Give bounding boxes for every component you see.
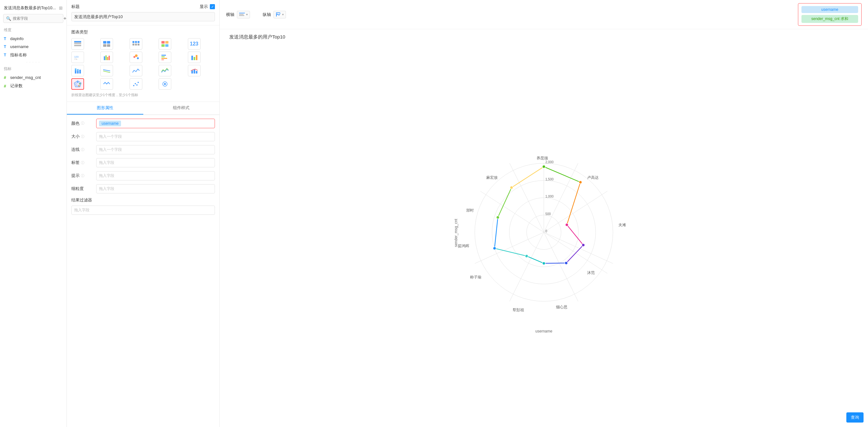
chart-type-label: 图表类型 bbox=[71, 29, 215, 35]
search-input[interactable] bbox=[13, 16, 61, 21]
middle-panel: 标题 显示 ✓ 图表类型 123 bbox=[67, 0, 220, 427]
field-username[interactable]: T username bbox=[0, 43, 66, 51]
svg-point-94 bbox=[542, 262, 545, 265]
copy-icon[interactable]: ⊞ bbox=[59, 5, 63, 10]
field-name: dayinfo bbox=[10, 36, 24, 41]
svg-rect-7 bbox=[107, 44, 110, 47]
svg-rect-27 bbox=[161, 55, 166, 56]
color-info-icon[interactable]: ⓘ bbox=[81, 121, 84, 126]
drag-dots-icon: · · · · · bbox=[26, 61, 40, 64]
chart-type-line[interactable] bbox=[130, 65, 142, 76]
size-row: 大小 ⓘ 拖入一个字段 bbox=[71, 132, 215, 141]
svg-rect-12 bbox=[135, 43, 137, 45]
svg-rect-2 bbox=[74, 44, 81, 45]
chart-type-table[interactable] bbox=[71, 38, 84, 50]
panel-tabs: 图形属性 组件样式 bbox=[67, 102, 219, 115]
svg-point-98 bbox=[510, 186, 513, 189]
axis-fields: username sender_msg_cnt 求和 bbox=[798, 3, 862, 26]
svg-point-93 bbox=[564, 262, 567, 264]
tab-component[interactable]: 组件样式 bbox=[143, 102, 220, 114]
field-hash-icon: # bbox=[4, 84, 8, 89]
field-record-count[interactable]: # 记录数 bbox=[0, 81, 66, 90]
svg-text:500: 500 bbox=[546, 212, 551, 216]
tag-label: 标签 ⓘ bbox=[71, 160, 94, 165]
x-axis-label: 横轴 bbox=[226, 12, 235, 18]
chart-title-input[interactable] bbox=[71, 12, 215, 21]
title-label: 标题 bbox=[71, 4, 80, 9]
field-hash-icon: # bbox=[4, 75, 8, 80]
chart-type-combination[interactable] bbox=[188, 65, 200, 76]
svg-point-55 bbox=[164, 83, 166, 85]
chart-type-number[interactable]: 123 bbox=[188, 38, 200, 50]
svg-rect-28 bbox=[161, 56, 165, 57]
chart-type-line2[interactable] bbox=[100, 78, 113, 90]
y-axis-text: sender_msg_cnt bbox=[454, 219, 458, 247]
chart-type-grid2[interactable] bbox=[130, 38, 142, 50]
field-sender-msg-cnt[interactable]: # sender_msg_cnt bbox=[0, 73, 66, 81]
title-section: 标题 显示 ✓ bbox=[67, 0, 219, 26]
chart-type-barh[interactable] bbox=[159, 52, 171, 63]
svg-text:2,000: 2,000 bbox=[546, 160, 554, 164]
size-info-icon[interactable]: ⓘ bbox=[81, 134, 84, 139]
search-icon: 🔍 bbox=[6, 16, 11, 21]
granularity-field-empty[interactable]: 拖入字段 bbox=[96, 184, 215, 193]
svg-rect-35 bbox=[75, 68, 76, 70]
chart-type-scatter[interactable] bbox=[130, 52, 142, 63]
x-axis-item: 横轴 ▾ bbox=[226, 11, 250, 19]
label-mufan: 沐范 bbox=[587, 270, 595, 275]
svg-rect-31 bbox=[191, 56, 193, 60]
svg-rect-57 bbox=[239, 14, 244, 14]
y-axis-item: 纵轴 ▾ bbox=[263, 11, 286, 19]
hint-label: 提示 ⓘ bbox=[71, 173, 94, 178]
result-filter-field[interactable]: 拖入字段 bbox=[71, 205, 215, 215]
chart-type-stacked-bar[interactable] bbox=[71, 65, 84, 76]
svg-line-81 bbox=[567, 225, 583, 245]
chart-type-settings[interactable] bbox=[159, 78, 171, 90]
line-row: 连线 ⓘ 拖入一个字段 bbox=[71, 145, 215, 154]
svg-line-83 bbox=[544, 263, 566, 263]
x-axis-icon-btn[interactable]: ▾ bbox=[237, 11, 250, 19]
svg-rect-33 bbox=[196, 55, 197, 60]
line-info-icon[interactable]: ⓘ bbox=[81, 147, 84, 152]
main-area: 横轴 ▾ 纵轴 ▾ username sender_msg_cnt 求和 发送消… bbox=[220, 0, 868, 427]
svg-rect-29 bbox=[161, 58, 167, 59]
y-field-tag[interactable]: sender_msg_cnt 求和 bbox=[802, 15, 858, 23]
label-chengziyu: 称子瑜 bbox=[470, 275, 482, 280]
chart-type-crosstab[interactable] bbox=[100, 38, 113, 50]
chart-type-column[interactable] bbox=[188, 52, 200, 63]
tag-info-icon[interactable]: ⓘ bbox=[81, 160, 84, 165]
query-button[interactable]: 查询 bbox=[846, 413, 864, 423]
chart-type-radar-selected[interactable] bbox=[71, 78, 84, 90]
drag-handle: · · · · · bbox=[0, 60, 66, 65]
x-field-tag[interactable]: username bbox=[802, 6, 858, 13]
metrics-label: 指标 bbox=[0, 65, 66, 73]
tag-field-empty[interactable]: 拖入字段 bbox=[96, 158, 215, 167]
y-axis-icon-btn[interactable]: ▾ bbox=[274, 11, 286, 19]
hint-field-empty[interactable]: 拖入字段 bbox=[96, 171, 215, 180]
svg-point-25 bbox=[135, 55, 137, 57]
field-name: 指标名称 bbox=[10, 52, 27, 58]
field-dayinfo[interactable]: T dayinfo bbox=[0, 35, 66, 43]
sidebar-title-icons: ⊞ bbox=[59, 5, 63, 10]
svg-point-50 bbox=[133, 85, 134, 86]
display-label: 显示 bbox=[199, 4, 208, 9]
svg-rect-1 bbox=[74, 43, 81, 43]
svg-rect-6 bbox=[103, 44, 106, 47]
svg-point-95 bbox=[525, 255, 528, 257]
field-metric-name[interactable]: T 指标名称 bbox=[0, 51, 66, 60]
line-field-empty[interactable]: 拖入一个字段 bbox=[96, 145, 215, 154]
chart-type-stacked-col[interactable] bbox=[100, 65, 113, 76]
chart-type-scatter2[interactable] bbox=[130, 78, 142, 90]
color-field-box[interactable]: username bbox=[96, 119, 215, 128]
left-sidebar: 发送消息条数最多的Top10... ⊞ 🔍 + 维度 T dayinfo T u… bbox=[0, 0, 67, 427]
display-checkbox[interactable]: ✓ bbox=[210, 4, 215, 9]
chart-type-num2[interactable]: 12377k bbox=[71, 52, 84, 63]
chart-type-color[interactable] bbox=[159, 38, 171, 50]
chart-type-bar2[interactable] bbox=[100, 52, 113, 63]
tab-shape[interactable]: 图形属性 bbox=[67, 102, 143, 114]
svg-text:1,000: 1,000 bbox=[546, 195, 554, 198]
size-field-empty[interactable]: 拖入一个字段 bbox=[96, 132, 215, 141]
chart-type-area[interactable] bbox=[159, 65, 171, 76]
hint-info-icon[interactable]: ⓘ bbox=[81, 173, 84, 178]
svg-rect-44 bbox=[196, 71, 197, 73]
